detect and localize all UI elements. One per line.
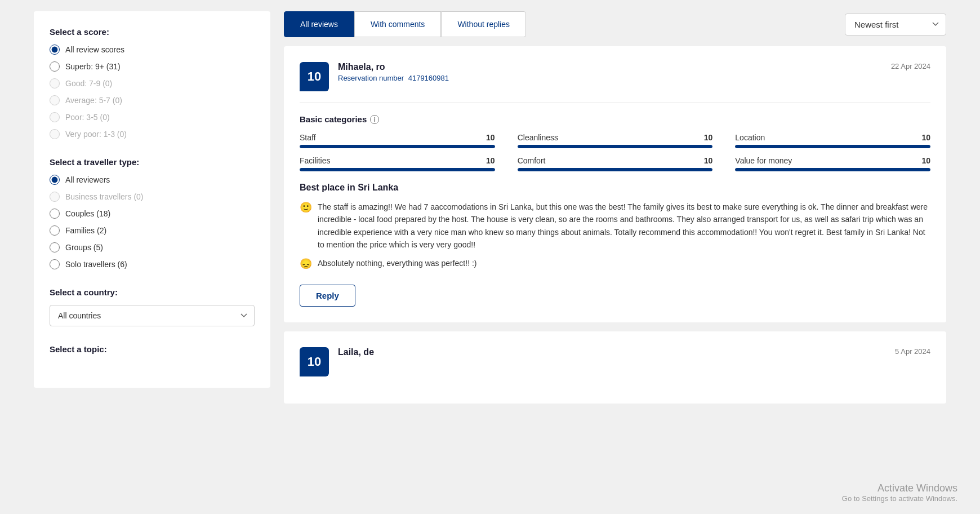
review-header-2: 10 Laila, de 5 Apr 2024 [300,347,930,376]
score-radio-average[interactable] [50,95,60,105]
score-option-all[interactable]: All review scores [50,45,255,55]
score-badge-1: 10 [300,62,329,91]
score-radio-superb[interactable] [50,61,60,72]
tab-with-comments[interactable]: With comments [354,11,441,37]
category-score-cleanliness: 10 [704,133,713,142]
review-negative-comment-1: 😞 Absolutely nothing, everything was per… [300,257,930,270]
score-option-poor[interactable]: Poor: 3-5 (0) [50,112,255,122]
category-bar-location [735,145,930,148]
score-label-superb: Superb: 9+ (31) [65,62,121,71]
category-bar-staff [300,145,495,148]
review-card-2: 10 Laila, de 5 Apr 2024 [284,331,946,404]
categories-grid-1: Staff 10 Cleanliness 10 [300,133,930,171]
category-bar-fill-value [735,168,930,171]
category-score-comfort: 10 [704,156,713,165]
category-score-facilities: 10 [486,156,495,165]
country-filter-title: Select a country: [50,287,255,297]
category-bar-comfort [518,168,713,171]
review-date-2: 5 Apr 2024 [895,347,930,356]
traveller-option-all[interactable]: All reviewers [50,175,255,185]
score-option-good[interactable]: Good: 7-9 (0) [50,78,255,88]
score-option-superb[interactable]: Superb: 9+ (31) [50,61,255,72]
traveller-label-business: Business travellers (0) [65,192,144,201]
watermark-line1: Activate Windows [842,482,957,494]
negative-icon-1: 😞 [300,258,312,270]
reply-button-1[interactable]: Reply [300,285,355,307]
score-option-average[interactable]: Average: 5-7 (0) [50,95,255,105]
review-positive-comment-1: 🙂 The staff is amazing!! We had 7 aaccom… [300,201,930,251]
category-staff: Staff 10 [300,133,495,148]
reviewer-info-1: Mihaela, ro Reservation number 417916098… [338,62,882,82]
country-filter-section: Select a country: All countries [50,287,255,326]
traveller-radio-couples[interactable] [50,209,60,219]
score-radio-verypoor[interactable] [50,129,60,139]
reservation-label-1: Reservation number [338,74,404,82]
category-bar-fill-comfort [518,168,713,171]
category-bar-fill-cleanliness [518,145,713,148]
category-name-staff: Staff [300,133,316,142]
tabs-group: All reviews With comments Without replie… [284,11,526,37]
category-bar-fill-staff [300,145,495,148]
traveller-label-all: All reviewers [65,175,110,184]
info-icon-1[interactable]: i [370,115,379,124]
tab-without-replies[interactable]: Without replies [441,11,526,37]
topic-filter-section: Select a topic: [50,344,255,354]
traveller-option-groups[interactable]: Groups (5) [50,242,255,252]
traveller-filter-title: Select a traveller type: [50,157,255,167]
review-title-1: Best place in Sri Lanka [300,183,930,193]
watermark-line2: Go to Settings to activate Windows. [842,494,957,503]
traveller-radio-families[interactable] [50,225,60,236]
traveller-option-couples[interactable]: Couples (18) [50,209,255,219]
reviewer-name-1: Mihaela, ro [338,62,882,72]
sidebar: Select a score: All review scores Superb… [34,11,270,388]
traveller-radio-business[interactable] [50,192,60,202]
topic-filter-title: Select a topic: [50,344,255,354]
review-date-1: 22 Apr 2024 [891,62,930,70]
categories-title-text-1: Basic categories [300,114,367,124]
country-select[interactable]: All countries [50,305,255,326]
category-name-comfort: Comfort [518,156,546,165]
score-badge-2: 10 [300,347,329,376]
reservation-value-1: 4179160981 [408,74,449,82]
score-label-poor: Poor: 3-5 (0) [65,113,110,122]
traveller-radio-groups[interactable] [50,242,60,252]
score-radio-poor[interactable] [50,112,60,122]
category-facilities: Facilities 10 [300,156,495,171]
review-header-1: 10 Mihaela, ro Reservation number 417916… [300,62,930,91]
traveller-option-business[interactable]: Business travellers (0) [50,192,255,202]
traveller-label-families: Families (2) [65,226,106,235]
review-card-1: 10 Mihaela, ro Reservation number 417916… [284,46,946,322]
tabs-row: All reviews With comments Without replie… [284,11,946,37]
traveller-option-families[interactable]: Families (2) [50,225,255,236]
category-bar-cleanliness [518,145,713,148]
category-bar-fill-location [735,145,930,148]
positive-icon-1: 🙂 [300,201,312,214]
category-score-staff: 10 [486,133,495,142]
traveller-radio-solo[interactable] [50,259,60,269]
category-value: Value for money 10 [735,156,930,171]
score-radio-good[interactable] [50,78,60,88]
review-negative-text-1: Absolutely nothing, everything was perfe… [318,257,476,269]
score-label-verypoor: Very poor: 1-3 (0) [65,130,127,139]
reviewer-info-2: Laila, de [338,347,886,357]
category-name-facilities: Facilities [300,156,330,165]
score-label-all: All review scores [65,45,124,54]
reservation-number-1: Reservation number 4179160981 [338,74,882,82]
categories-section-1: Basic categories i Staff 10 [300,103,930,171]
category-name-value: Value for money [735,156,792,165]
category-name-cleanliness: Cleanliness [518,133,558,142]
sort-select[interactable]: Newest first Oldest first Highest score … [845,14,946,36]
traveller-label-groups: Groups (5) [65,243,103,252]
category-bar-value [735,168,930,171]
score-radio-all[interactable] [50,45,60,55]
main-content: All reviews With comments Without replie… [270,11,946,503]
traveller-option-solo[interactable]: Solo travellers (6) [50,259,255,269]
score-filter-title: Select a score: [50,27,255,37]
tab-all-reviews[interactable]: All reviews [284,11,354,37]
category-bar-fill-facilities [300,168,495,171]
review-positive-text-1: The staff is amazing!! We had 7 aaccomod… [318,201,930,251]
category-comfort: Comfort 10 [518,156,713,171]
traveller-radio-all[interactable] [50,175,60,185]
score-option-verypoor[interactable]: Very poor: 1-3 (0) [50,129,255,139]
score-filter-section: Select a score: All review scores Superb… [50,27,255,139]
